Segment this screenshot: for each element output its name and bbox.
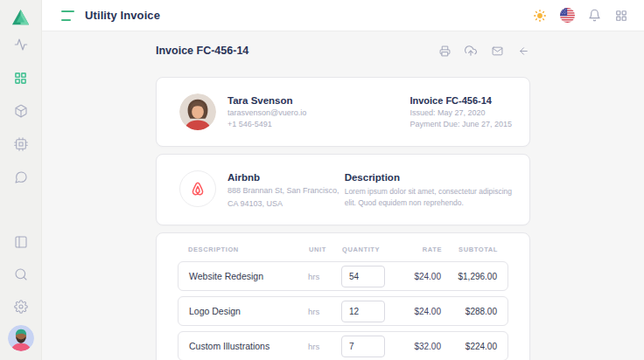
item-rate: $32.00 bbox=[388, 342, 441, 351]
print-button[interactable] bbox=[438, 44, 452, 58]
sidebar bbox=[0, 0, 42, 360]
company-name: Airbnb bbox=[228, 172, 340, 183]
sidebar-settings-button[interactable] bbox=[7, 293, 35, 321]
item-description: Website Redesign bbox=[189, 271, 308, 281]
header-description: DESCRIPTION bbox=[188, 246, 309, 253]
activity-icon bbox=[14, 38, 28, 52]
chat-bubble-icon bbox=[14, 170, 28, 184]
theme-toggle-button[interactable] bbox=[531, 7, 549, 24]
header-quantity: QUANTITY bbox=[342, 246, 389, 253]
invoice-due-date: Payment Due: June 27, 2015 bbox=[410, 120, 512, 128]
sidebar-item-activity[interactable] bbox=[7, 31, 35, 59]
user-avatar-illustration bbox=[8, 325, 34, 351]
company-address-line1: 888 Brannan St, San Francisco, bbox=[228, 185, 340, 197]
language-selector[interactable] bbox=[558, 7, 576, 24]
quantity-input[interactable] bbox=[341, 336, 385, 357]
airbnb-logo-icon bbox=[187, 178, 208, 199]
invoice-meta: Invoice FC-456-14 Issued: May 27, 2020 P… bbox=[410, 95, 512, 128]
arrow-left-icon bbox=[518, 45, 529, 57]
search-icon bbox=[14, 267, 28, 281]
table-row: Logo Design hrs $24.00 $288.00 bbox=[178, 296, 508, 326]
customer-avatar-photo bbox=[179, 93, 216, 130]
company-address-line2: CA 94103, USA bbox=[228, 198, 340, 211]
customer-avatar bbox=[179, 93, 216, 130]
apps-menu-button[interactable] bbox=[612, 7, 630, 24]
bell-icon bbox=[588, 9, 601, 22]
header-unit: UNIT bbox=[309, 246, 335, 253]
menu-toggle-button[interactable] bbox=[61, 10, 75, 21]
customer-name: Tara Svenson bbox=[228, 95, 306, 106]
company-card: Airbnb 888 Brannan St, San Francisco, CA… bbox=[156, 154, 530, 225]
sidebar-item-components[interactable] bbox=[7, 97, 35, 125]
printer-icon bbox=[439, 45, 451, 57]
invoice-issued-date: Issued: May 27, 2020 bbox=[410, 108, 512, 117]
panels-icon bbox=[14, 235, 28, 249]
sidebar-main-nav bbox=[7, 31, 35, 191]
invoice-title: Invoice FC-456-14 bbox=[156, 45, 248, 57]
customer-email: tarasvenson@vuero.io bbox=[228, 108, 306, 117]
item-unit: hrs bbox=[308, 272, 334, 281]
item-rate: $24.00 bbox=[388, 272, 441, 281]
app-logo[interactable] bbox=[10, 6, 32, 28]
cube-icon bbox=[14, 104, 28, 118]
invoice-toolbar bbox=[438, 44, 530, 58]
item-description: Custom Illustrations bbox=[189, 341, 308, 351]
company-logo bbox=[179, 170, 216, 207]
description-text-line1: Lorem ipsum dolor sit amet, consectetur … bbox=[345, 186, 512, 197]
description-block: Description Lorem ipsum dolor sit amet, … bbox=[345, 170, 512, 209]
sidebar-item-elements[interactable] bbox=[7, 130, 35, 158]
item-description: Logo Design bbox=[189, 306, 308, 316]
notifications-button[interactable] bbox=[585, 7, 603, 24]
quantity-input[interactable] bbox=[341, 266, 385, 287]
page-title: Utility Invoice bbox=[85, 9, 160, 22]
description-text-line2: elit. Quod equidem non reprehendo. bbox=[345, 197, 512, 209]
item-rate: $24.00 bbox=[388, 307, 441, 316]
sidebar-search-button[interactable] bbox=[7, 260, 35, 288]
logo-triangle-icon bbox=[10, 7, 31, 27]
main-content: Invoice FC-456-14 bbox=[42, 31, 644, 360]
sidebar-item-panels[interactable] bbox=[7, 228, 35, 256]
send-mail-button[interactable] bbox=[490, 44, 504, 58]
item-subtotal: $288.00 bbox=[441, 307, 497, 316]
user-avatar[interactable] bbox=[8, 325, 34, 351]
cloud-upload-icon bbox=[465, 45, 477, 57]
cpu-icon bbox=[14, 137, 28, 151]
table-row: Website Redesign hrs $24.00 $1,296.00 bbox=[178, 261, 508, 291]
item-unit: hrs bbox=[308, 307, 334, 316]
line-items-card: DESCRIPTION UNIT QUANTITY RATE SUBTOTAL … bbox=[156, 232, 530, 360]
customer-phone: +1 546-5491 bbox=[228, 120, 306, 128]
header-subtotal: SUBTOTAL bbox=[442, 246, 498, 253]
us-flag-icon bbox=[560, 8, 575, 23]
sun-icon bbox=[533, 9, 547, 23]
sidebar-bottom-nav bbox=[7, 228, 35, 351]
table-header-row: DESCRIPTION UNIT QUANTITY RATE SUBTOTAL bbox=[178, 242, 508, 256]
item-subtotal: $224.00 bbox=[441, 342, 497, 351]
invoice-number: Invoice FC-456-14 bbox=[410, 95, 512, 106]
description-title: Description bbox=[345, 172, 512, 183]
quantity-input[interactable] bbox=[341, 301, 385, 322]
invoice-header: Invoice FC-456-14 bbox=[156, 41, 530, 60]
customer-card: Tara Svenson tarasvenson@vuero.io +1 546… bbox=[156, 77, 530, 147]
back-button[interactable] bbox=[516, 44, 530, 58]
apps-grid-icon bbox=[615, 10, 627, 22]
table-row: Custom Illustrations hrs $32.00 $224.00 bbox=[178, 331, 508, 360]
dashboard-grid-icon bbox=[14, 72, 27, 85]
sidebar-item-dashboards[interactable] bbox=[7, 64, 35, 92]
item-subtotal: $1,296.00 bbox=[441, 272, 497, 281]
navbar-actions bbox=[531, 7, 630, 24]
upload-button[interactable] bbox=[464, 44, 478, 58]
mail-icon bbox=[492, 45, 503, 57]
gear-icon bbox=[14, 300, 28, 314]
header-rate: RATE bbox=[389, 246, 442, 253]
sidebar-item-messages[interactable] bbox=[7, 163, 35, 191]
top-navbar: Utility Invoice bbox=[42, 0, 644, 31]
item-unit: hrs bbox=[308, 342, 334, 351]
